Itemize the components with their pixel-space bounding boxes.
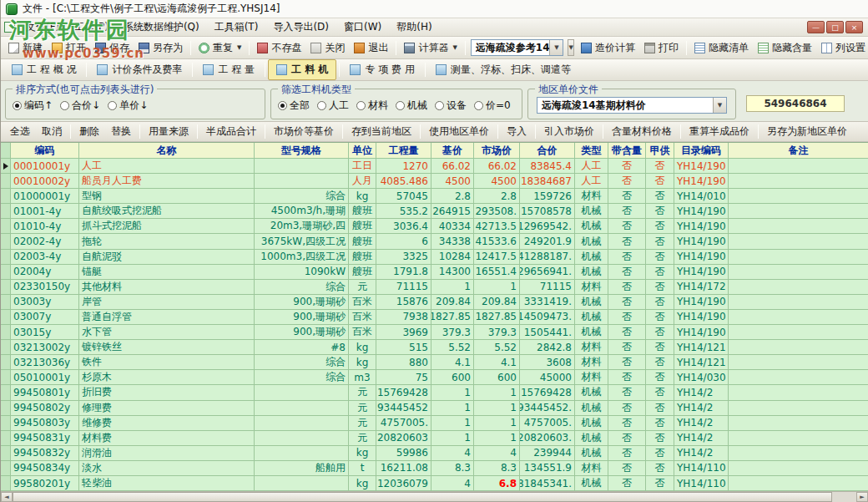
- cell-name[interactable]: 船员月人工费: [79, 174, 255, 189]
- cell-total[interactable]: 4757005.: [520, 416, 575, 431]
- cell-total[interactable]: 20820603.: [520, 431, 575, 446]
- cost-calc-button[interactable]: 造价计算: [577, 38, 639, 58]
- radio-sort-total-desc[interactable]: 合价↓: [60, 99, 100, 113]
- cell-total[interactable]: 29656941.: [520, 265, 575, 280]
- header-unit[interactable]: 单位: [349, 143, 376, 159]
- cell-catalog[interactable]: YH14/030: [674, 370, 729, 385]
- header-spec[interactable]: 型号规格: [255, 143, 349, 159]
- cell-note[interactable]: [729, 385, 868, 400]
- cell-content[interactable]: 否: [608, 401, 646, 416]
- chevron-down-icon[interactable]: ▼: [713, 98, 726, 113]
- cell-qty[interactable]: 20820603: [376, 431, 431, 446]
- cell-content[interactable]: 否: [608, 204, 646, 219]
- cell-note[interactable]: [729, 159, 868, 174]
- cell-code[interactable]: 02003-4y: [11, 250, 79, 265]
- market-as-base-price-button[interactable]: 市场价等基价: [268, 123, 340, 140]
- cell-unit[interactable]: 元: [349, 280, 376, 295]
- cell-spec[interactable]: [255, 174, 349, 189]
- cell-name[interactable]: 自航泥驳: [79, 250, 255, 265]
- cell-spec[interactable]: [255, 385, 349, 400]
- cell-unit[interactable]: kg: [349, 340, 376, 355]
- row-selector[interactable]: [1, 159, 11, 174]
- cell-qty[interactable]: 3325: [376, 250, 431, 265]
- semi-product-total-button[interactable]: 半成品合计: [200, 123, 262, 140]
- cell-name[interactable]: 润滑油: [79, 446, 255, 461]
- cell-qty[interactable]: 1270: [376, 159, 431, 174]
- cell-base[interactable]: 40334: [431, 219, 474, 234]
- radio-filter-machine[interactable]: 机械: [396, 99, 427, 113]
- cell-content[interactable]: 否: [608, 280, 646, 295]
- cell-total[interactable]: 15769428: [520, 385, 575, 400]
- save-as-button[interactable]: 另存为: [134, 38, 187, 58]
- cell-supply[interactable]: 否: [646, 265, 674, 280]
- cell-base[interactable]: 4500: [431, 174, 474, 189]
- tab-resources[interactable]: 工 料 机: [268, 59, 336, 80]
- close-file-button[interactable]: 关闭: [306, 38, 349, 58]
- save-button[interactable]: 保存: [91, 38, 134, 58]
- cell-spec[interactable]: [255, 476, 349, 491]
- menu-item-4[interactable]: 工具箱(T): [207, 18, 266, 37]
- cell-catalog[interactable]: YH14/2: [674, 385, 729, 400]
- cell-supply[interactable]: 否: [646, 401, 674, 416]
- cell-total[interactable]: 249201.9: [520, 234, 575, 249]
- cell-type[interactable]: 机械: [575, 431, 608, 446]
- cell-supply[interactable]: 否: [646, 295, 674, 310]
- cell-total[interactable]: 2842.8: [520, 340, 575, 355]
- cell-type[interactable]: 机械: [575, 310, 608, 325]
- cell-content[interactable]: 否: [608, 265, 646, 280]
- row-selector[interactable]: [1, 250, 11, 265]
- header-name[interactable]: 名称: [79, 143, 255, 159]
- table-row[interactable]: 99450801y折旧费元157694281115769428机械否否YH14/…: [1, 385, 868, 400]
- usage-source-button[interactable]: 用量来源: [143, 123, 194, 140]
- hide-content-button[interactable]: 隐藏含量: [754, 38, 816, 58]
- import-button[interactable]: 导入: [501, 123, 532, 140]
- cell-code[interactable]: 02002-4y: [11, 234, 79, 249]
- reference-history-drop-button[interactable]: ▼: [568, 39, 573, 56]
- cell-qty[interactable]: 1791.8: [376, 265, 431, 280]
- cell-supply[interactable]: 否: [646, 446, 674, 461]
- cell-note[interactable]: [729, 461, 868, 476]
- radio-sort-code-asc[interactable]: 编码↑: [13, 99, 53, 113]
- cell-total[interactable]: 83845.4: [520, 159, 575, 174]
- cell-name[interactable]: 锚艇: [79, 265, 255, 280]
- menu-item-7[interactable]: 帮助(H): [389, 18, 439, 37]
- cell-note[interactable]: [729, 355, 868, 370]
- cell-code[interactable]: 99580201y: [11, 476, 79, 491]
- cell-spec[interactable]: 综合: [255, 355, 349, 370]
- cell-supply[interactable]: 否: [646, 174, 674, 189]
- cell-catalog[interactable]: YH14/190: [674, 310, 729, 325]
- table-row[interactable]: 03213002y镀锌铁丝#8kg5155.525.522842.8材料否否YH…: [1, 340, 868, 355]
- cell-base[interactable]: 1: [431, 280, 474, 295]
- cell-supply[interactable]: 否: [646, 385, 674, 400]
- row-selector[interactable]: [1, 234, 11, 249]
- cell-code[interactable]: 03007y: [11, 310, 79, 325]
- cell-name[interactable]: 折旧费: [79, 385, 255, 400]
- cell-unit[interactable]: 百米: [349, 310, 376, 325]
- cell-unit[interactable]: m3: [349, 370, 376, 385]
- cell-name[interactable]: 普通自浮管: [79, 310, 255, 325]
- cell-spec[interactable]: [255, 416, 349, 431]
- cell-base[interactable]: 209.84: [431, 295, 474, 310]
- cell-catalog[interactable]: YH14/121: [674, 340, 729, 355]
- cell-qty[interactable]: 59986: [376, 446, 431, 461]
- cell-type[interactable]: 机械: [575, 250, 608, 265]
- header-market[interactable]: 市场价: [474, 143, 520, 159]
- child-window-icon[interactable]: [4, 22, 15, 33]
- cell-base[interactable]: 379.3: [431, 325, 474, 340]
- tab-measurement[interactable]: 测量、浮标、扫床、调遣等: [428, 60, 578, 79]
- cell-qty[interactable]: 535.2: [376, 204, 431, 219]
- cell-total[interactable]: 45000: [520, 370, 575, 385]
- menu-item-2[interactable]: 工程(P): [67, 18, 116, 37]
- cell-note[interactable]: [729, 250, 868, 265]
- cell-content[interactable]: 否: [608, 446, 646, 461]
- cell-unit[interactable]: 艘班: [349, 250, 376, 265]
- cell-total[interactable]: 239944: [520, 446, 575, 461]
- table-row[interactable]: 03213036y铁件综合kg8804.14.13608材料否否YH14/121: [1, 355, 868, 370]
- cell-name[interactable]: 淡水: [79, 461, 255, 476]
- cell-type[interactable]: 机械: [575, 265, 608, 280]
- cell-catalog[interactable]: YH14/110: [674, 476, 729, 491]
- cell-base[interactable]: 66.02: [431, 159, 474, 174]
- cell-note[interactable]: [729, 431, 868, 446]
- cell-market[interactable]: 4: [474, 446, 520, 461]
- header-content[interactable]: 带含量: [608, 143, 646, 159]
